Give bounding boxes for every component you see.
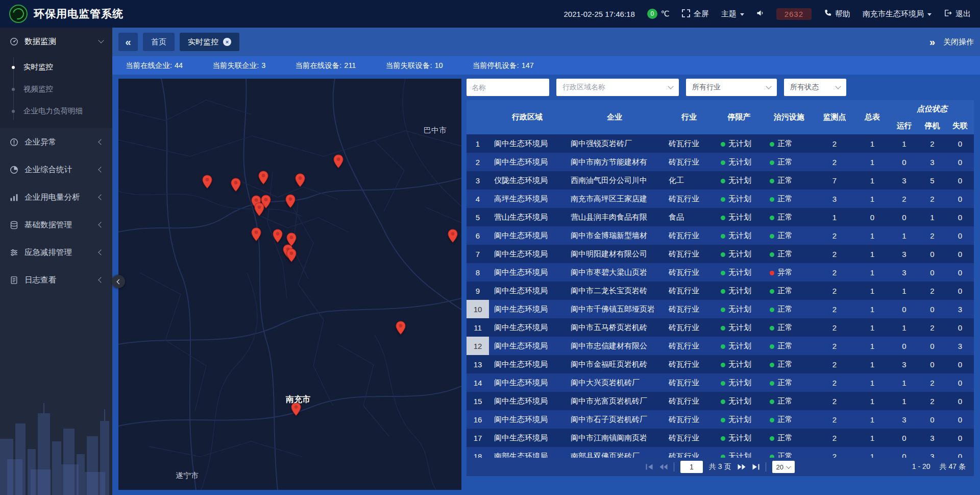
sidebar-item-label: 基础数据管理 [24, 220, 72, 230]
cell-running: 3 [890, 355, 918, 373]
table-row[interactable]: 13阆中生态环境局阆中市金福旺页岩机砖砖瓦行业无计划正常21300 [467, 355, 974, 373]
column-header[interactable]: 企业 [566, 100, 664, 134]
table-row[interactable]: 10阆中生态环境局阆中市千佛镇五郎垭页岩砖瓦行业无计划正常21003 [467, 300, 974, 318]
tabs-scroll-right-icon[interactable] [929, 36, 935, 48]
notice-count-badge[interactable]: 2632 [776, 8, 812, 20]
right-panel: 行政区域名称 所有行业 所有状态 [467, 79, 974, 495]
close-operations-button[interactable]: 关闭操作 [943, 37, 974, 47]
map-pin-icon[interactable] [295, 173, 305, 187]
cell-industry: 化工 [664, 171, 715, 190]
prev-page-button[interactable] [659, 464, 668, 470]
map-pin-icon[interactable] [448, 229, 458, 243]
sidebar-item[interactable]: 企业用电量分析 [0, 183, 112, 211]
map-pin-icon[interactable] [396, 321, 406, 335]
table-row[interactable]: 11阆中生态环境局阆中市五马桥页岩机砖砖瓦行业无计划正常21120 [467, 318, 974, 337]
table-row[interactable]: 9阆中生态环境局阆中市二龙长宝页岩砖砖瓦行业无计划正常21120 [467, 281, 974, 300]
table-row[interactable]: 3仪陇生态环境局西南油气田分公司川中化工无计划正常71350 [467, 171, 974, 190]
help-button[interactable]: 帮助 [824, 9, 850, 19]
status-dot [770, 363, 774, 367]
map-pin-icon[interactable] [285, 194, 296, 208]
page-size-select[interactable]: 20 [772, 461, 795, 473]
last-page-button[interactable] [752, 464, 760, 470]
cell-running: 3 [890, 263, 918, 281]
column-header[interactable]: 治污设施 [764, 100, 815, 134]
map-pin-icon[interactable] [254, 202, 264, 217]
cell-monitor-points: 2 [815, 447, 854, 458]
map-pin-icon[interactable] [333, 154, 344, 169]
sidebar-subitem[interactable]: 企业电力负荷明细 [0, 100, 112, 122]
cell-facility: 正常 [764, 429, 815, 447]
map-pin-icon[interactable] [231, 178, 241, 192]
column-header[interactable]: 行业 [664, 100, 715, 134]
total-pages-label: 共 3 页 [709, 462, 731, 472]
column-subheader[interactable]: 运行 [890, 117, 918, 134]
table-row[interactable]: 2阆中生态环境局阆中市南方节能建材有砖瓦行业无计划正常21030 [467, 153, 974, 171]
map-canvas[interactable]: 巴中市南充市遂宁市 [118, 79, 461, 490]
stat-item: 当前在线设备:211 [295, 61, 385, 70]
map-pin-icon[interactable] [273, 229, 283, 243]
table-row[interactable]: 17阆中生态环境局阆中市江南镇阆南页岩砖瓦行业无计划正常21030 [467, 429, 974, 447]
phone-icon [824, 9, 831, 18]
map-city-label: 南充市 [286, 394, 310, 405]
row-index: 2 [467, 153, 489, 171]
table-row[interactable]: 4高坪生态环境局南充市高坪区王家店建砖瓦行业无计划正常31220 [467, 190, 974, 208]
datetime-label: 2021-02-25 17:46:18 [564, 10, 634, 18]
next-page-button[interactable] [738, 464, 746, 470]
theme-dropdown[interactable]: 主题 [721, 9, 744, 19]
column-subheader[interactable]: 停机 [918, 117, 946, 134]
column-header[interactable]: 总表 [854, 100, 890, 134]
sidebar-item[interactable]: 企业综合统计 [0, 156, 112, 183]
table-row[interactable]: 16阆中生态环境局阆中市石子页岩机砖厂砖瓦行业无计划正常21300 [467, 410, 974, 429]
table-row[interactable]: 18南部生态环境局南部县双佛页岩砖厂砖瓦行业无计划正常21030 [467, 447, 974, 458]
table-rows-viewport[interactable]: 1阆中生态环境局阆中强锐页岩砖厂砖瓦行业无计划正常211202阆中生态环境局阆中… [467, 134, 974, 458]
table-row[interactable]: 5营山生态环境局营山县润丰肉食品有限食品无计划正常10010 [467, 208, 974, 226]
tabs-scroll-left-icon[interactable] [118, 33, 138, 51]
status-dot [770, 271, 774, 275]
table-row[interactable]: 8阆中生态环境局阆中市枣碧大梁山页岩砖瓦行业无计划异常21300 [467, 263, 974, 281]
sidebar-item[interactable]: 数据监测 [0, 28, 112, 55]
map-pin-icon[interactable] [202, 175, 212, 189]
sidebar-item[interactable]: 日志查看 [0, 266, 112, 294]
cell-total-meters: 1 [854, 318, 890, 337]
fullscreen-button[interactable]: 全屏 [682, 9, 709, 19]
map-pin-icon[interactable] [286, 248, 297, 263]
table-row[interactable]: 14阆中生态环境局阆中大兴页岩机砖厂砖瓦行业无计划正常21120 [467, 373, 974, 392]
cell-running: 0 [890, 337, 918, 355]
column-subheader[interactable]: 失联 [946, 117, 974, 134]
sidebar-subitem[interactable]: 实时监控 [0, 56, 112, 78]
cell-company: 阆中强锐页岩砖厂 [566, 134, 664, 153]
column-header[interactable]: 停限产 [715, 100, 764, 134]
sidebar-item-label: 企业异常 [24, 137, 56, 148]
stat-label: 当前失联企业: [212, 61, 259, 69]
column-header[interactable]: 行政区域 [489, 100, 566, 134]
table-row[interactable]: 7阆中生态环境局阆中明阳建材有限公司砖瓦行业无计划正常21300 [467, 245, 974, 263]
sidebar-item[interactable]: 企业异常 [0, 128, 112, 156]
industry-filter-select[interactable]: 所有行业 [686, 79, 777, 96]
name-filter-input[interactable] [467, 79, 549, 96]
map-pin-icon[interactable] [258, 171, 268, 185]
sidebar-item[interactable]: 应急减排管理 [0, 239, 112, 266]
status-dot [721, 234, 725, 239]
stat-value: 3 [261, 61, 265, 69]
column-header[interactable]: 监测点 [815, 100, 854, 134]
org-dropdown[interactable]: 南充市生态环境局 [863, 9, 932, 19]
table-row[interactable]: 1阆中生态环境局阆中强锐页岩砖厂砖瓦行业无计划正常21120 [467, 134, 974, 153]
tab[interactable]: 首页 [143, 33, 175, 51]
cell-industry: 砖瓦行业 [664, 410, 715, 429]
table-row[interactable]: 15阆中生态环境局阆中市光富页岩机砖厂砖瓦行业无计划正常21120 [467, 392, 974, 410]
first-page-button[interactable] [646, 464, 653, 470]
map-pin-icon[interactable] [251, 227, 261, 242]
speaker-button[interactable] [756, 9, 764, 18]
map-collapse-handle[interactable] [112, 275, 125, 288]
cell-plan: 无计划 [715, 190, 764, 208]
table-row[interactable]: 12阆中生态环境局阆中市忠信建材有限公砖瓦行业无计划正常21003 [467, 337, 974, 355]
logout-button[interactable]: 退出 [944, 9, 971, 19]
table-row[interactable]: 6阆中生态环境局阆中市金博瑞新型墙材砖瓦行业无计划正常21120 [467, 226, 974, 245]
status-filter-select[interactable]: 所有状态 [784, 79, 846, 96]
region-filter-select[interactable]: 行政区域名称 [556, 79, 679, 96]
sidebar-subitem[interactable]: 视频监控 [0, 78, 112, 100]
tab[interactable]: 实时监控 [180, 33, 239, 51]
tab-close-icon[interactable] [223, 38, 231, 46]
sidebar-item[interactable]: 基础数据管理 [0, 211, 112, 239]
page-number-input[interactable] [680, 461, 703, 473]
